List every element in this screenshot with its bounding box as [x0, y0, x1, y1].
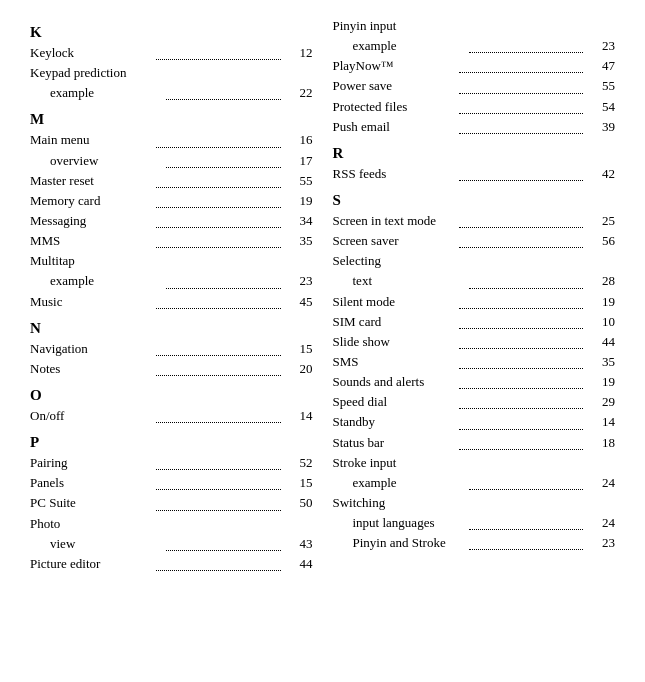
index-entry: SIM card10	[333, 312, 616, 332]
entry-dots	[469, 271, 583, 288]
entry-dots	[166, 151, 280, 168]
entry-label: Master reset	[30, 171, 154, 191]
index-entry: Standby14	[333, 412, 616, 432]
entry-dots	[459, 211, 583, 228]
entry-label: Pinyin and Stroke	[353, 533, 467, 553]
index-entry: example23	[30, 271, 313, 291]
entry-page: 44	[283, 554, 313, 574]
entry-label: text	[353, 271, 467, 291]
index-entry: PlayNow™47	[333, 56, 616, 76]
section-letter: P	[30, 434, 313, 451]
entry-page: 39	[585, 117, 615, 137]
entry-page: 52	[283, 453, 313, 473]
entry-label: Sounds and alerts	[333, 372, 457, 392]
entry-page: 12	[283, 43, 313, 63]
entry-page: 23	[585, 533, 615, 553]
entry-dots	[459, 56, 583, 73]
entry-dots	[156, 493, 280, 510]
index-entry: Push email39	[333, 117, 616, 137]
entry-page: 28	[585, 271, 615, 291]
index-entry: On/off14	[30, 406, 313, 426]
entry-dots	[156, 359, 280, 376]
entry-dots	[156, 171, 280, 188]
entry-page: 29	[585, 392, 615, 412]
index-entry: Picture editor44	[30, 554, 313, 574]
index-entry: Panels15	[30, 473, 313, 493]
entry-page: 15	[283, 473, 313, 493]
index-entry: text28	[333, 271, 616, 291]
section-letter: O	[30, 387, 313, 404]
entry-label: view	[50, 534, 164, 554]
entry-label: Pairing	[30, 453, 154, 473]
entry-dots	[469, 513, 583, 530]
entry-page: 22	[283, 83, 313, 103]
entry-dots	[469, 36, 583, 53]
entry-label: Selecting	[333, 251, 616, 271]
entry-label: SIM card	[333, 312, 457, 332]
entry-label: Standby	[333, 412, 457, 432]
index-entry: Master reset55	[30, 171, 313, 191]
entry-dots	[459, 332, 583, 349]
entry-label: PC Suite	[30, 493, 154, 513]
entry-page: 24	[585, 473, 615, 493]
index-entry: Notes20	[30, 359, 313, 379]
entry-label: example	[353, 36, 467, 56]
entry-dots	[156, 339, 280, 356]
entry-dots	[156, 554, 280, 571]
entry-label: RSS feeds	[333, 164, 457, 184]
entry-label: Screen saver	[333, 231, 457, 251]
entry-dots	[156, 292, 280, 309]
entry-dots	[459, 372, 583, 389]
entry-dots	[156, 231, 280, 248]
entry-label: Picture editor	[30, 554, 154, 574]
entry-page: 42	[585, 164, 615, 184]
page-header	[0, 0, 645, 16]
entry-label: Stroke input	[333, 453, 616, 473]
entry-label: SMS	[333, 352, 457, 372]
index-entry: Status bar18	[333, 433, 616, 453]
index-entry: Keylock12	[30, 43, 313, 63]
entry-label: Memory card	[30, 191, 154, 211]
entry-dots	[459, 433, 583, 450]
entry-label: Status bar	[333, 433, 457, 453]
entry-dots	[166, 271, 280, 288]
entry-label: example	[50, 83, 164, 103]
entry-label: Push email	[333, 117, 457, 137]
entry-dots	[166, 534, 280, 551]
index-entry: Pinyin and Stroke23	[333, 533, 616, 553]
section-letter: S	[333, 192, 616, 209]
left-column: KKeylock12Keypad predictionexample22MMai…	[30, 16, 313, 574]
index-entry: Switching	[333, 493, 616, 513]
entry-page: 23	[585, 36, 615, 56]
entry-label: Messaging	[30, 211, 154, 231]
index-entry: Stroke input	[333, 453, 616, 473]
entry-label: example	[50, 271, 164, 291]
section-letter: R	[333, 145, 616, 162]
entry-dots	[459, 164, 583, 181]
index-entry: PC Suite50	[30, 493, 313, 513]
entry-dots	[459, 97, 583, 114]
entry-page: 16	[283, 130, 313, 150]
index-entry: input languages24	[333, 513, 616, 533]
index-entry: Speed dial29	[333, 392, 616, 412]
index-entry: Keypad prediction	[30, 63, 313, 83]
index-entry: Screen saver56	[333, 231, 616, 251]
entry-dots	[156, 43, 280, 60]
index-entry: Main menu16	[30, 130, 313, 150]
section-letter: M	[30, 111, 313, 128]
entry-dots	[156, 211, 280, 228]
entry-page: 19	[585, 372, 615, 392]
entry-dots	[459, 392, 583, 409]
index-entry: Sounds and alerts19	[333, 372, 616, 392]
index-entry: overview17	[30, 151, 313, 171]
entry-dots	[166, 83, 280, 100]
entry-dots	[459, 352, 583, 369]
entry-label: Notes	[30, 359, 154, 379]
entry-dots	[459, 412, 583, 429]
index-entry: Screen in text mode25	[333, 211, 616, 231]
entry-page: 47	[585, 56, 615, 76]
entry-label: Screen in text mode	[333, 211, 457, 231]
entry-label: Panels	[30, 473, 154, 493]
entry-dots	[156, 453, 280, 470]
entry-label: Navigation	[30, 339, 154, 359]
